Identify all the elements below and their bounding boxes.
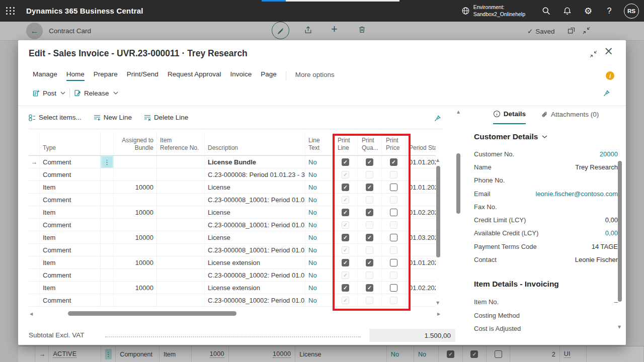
cell-type[interactable]: Comment [40, 269, 101, 281]
menu-tab-manage[interactable]: Manage [33, 70, 57, 81]
table-row[interactable]: CommentC.23-000008_10001: Period 01.0...… [29, 194, 436, 206]
new-line-button[interactable]: New Line [94, 114, 132, 121]
table-row[interactable]: →Comment⋮License BundleNo✓✓✓01.01.202 [29, 156, 436, 168]
cell-assigned-to-bundle[interactable]: 10000 [114, 206, 157, 218]
cell-type[interactable]: Comment [40, 219, 101, 231]
cell-period-start[interactable] [406, 168, 436, 180]
cell-period-start[interactable] [406, 269, 436, 281]
cell-item-reference-no[interactable] [157, 256, 205, 268]
column-print-quantity[interactable]: Print Qua... [358, 132, 382, 155]
print-line-checkbox[interactable]: ✓ [342, 158, 349, 166]
select-items-button[interactable]: Select items... [29, 114, 82, 121]
post-button[interactable]: Post [33, 89, 56, 97]
cell-description[interactable]: License extension [205, 256, 305, 268]
cell-period-start[interactable]: 01.02.202 [406, 206, 436, 218]
column-print-price[interactable]: Print Price [382, 132, 406, 155]
cell-period-start[interactable] [406, 194, 436, 206]
cell-item-reference-no[interactable] [157, 206, 205, 218]
cell-period-start[interactable] [406, 244, 436, 256]
app-launcher-button[interactable] [0, 0, 21, 22]
print-line-checkbox[interactable]: ✓ [342, 284, 349, 292]
cell-period-start[interactable]: 01.01.202 [406, 156, 436, 168]
cell-assigned-to-bundle[interactable] [114, 219, 157, 231]
print-line-checkbox[interactable]: ✓ [342, 259, 349, 266]
cell-type[interactable]: Comment [40, 194, 101, 206]
print-quantity-checkbox[interactable]: ✓ [366, 259, 373, 266]
column-line-text[interactable]: Line Text [305, 132, 334, 155]
table-row[interactable]: Item10000LicenseNo✓✓01.02.202 [29, 206, 436, 219]
cell-type[interactable]: Comment [40, 156, 101, 168]
cell-item-reference-no[interactable] [157, 294, 205, 306]
cell-line-text[interactable]: No [305, 168, 334, 180]
pin-actionbar-icon[interactable] [603, 89, 610, 97]
cell-description[interactable]: C.23-000008_10002: Period 01.0... [205, 294, 305, 306]
cell-type[interactable]: Comment [40, 294, 101, 306]
print-price-checkbox[interactable] [390, 209, 397, 216]
cell-period-start[interactable]: 01.01.202 [406, 181, 436, 193]
cell-description[interactable]: C.23-000008: Period 01.01.23 - 3... [205, 168, 305, 180]
print-line-checkbox[interactable]: ✓ [342, 209, 349, 216]
print-price-checkbox[interactable] [390, 234, 397, 241]
cell-period-start[interactable]: 01.01.202 [406, 256, 436, 268]
cell-assigned-to-bundle[interactable]: 10000 [114, 181, 157, 193]
cell-line-text[interactable]: No [305, 244, 334, 256]
modal-scroll-up-arrow[interactable]: ▲ [457, 110, 460, 114]
menu-tab-home[interactable]: Home [66, 70, 85, 81]
avatar[interactable]: RS [624, 4, 639, 19]
environment-indicator[interactable]: Environment: Sandbox2_Onlinehelp [461, 4, 525, 17]
minimize-dialog-icon[interactable] [590, 50, 597, 58]
pin-grid-toolbar-icon[interactable] [434, 115, 441, 122]
table-row[interactable]: CommentC.23-000008_10001: Period 01.0...… [29, 244, 436, 256]
app-title[interactable]: Dynamics 365 Business Central [26, 7, 143, 15]
cell-item-reference-no[interactable] [157, 219, 205, 231]
cell-assigned-to-bundle[interactable]: 10000 [114, 282, 157, 294]
cell-period-start[interactable]: 01.02.202 [406, 282, 436, 294]
cell-line-text[interactable]: No [305, 156, 334, 168]
cell-assigned-to-bundle[interactable]: 10000 [114, 231, 157, 243]
print-quantity-checkbox[interactable]: ✓ [366, 158, 373, 166]
column-description[interactable]: Description [205, 132, 305, 155]
column-type[interactable]: Type [40, 132, 101, 155]
cell-assigned-to-bundle[interactable] [114, 194, 157, 206]
cell-period-start[interactable] [406, 219, 436, 231]
cell-row-menu[interactable]: ⋮ [101, 156, 114, 168]
cell-period-start[interactable]: 01.03.202 [406, 231, 436, 243]
grid-vertical-scrollbar-thumb[interactable] [436, 166, 440, 257]
menu-tab-invoice[interactable]: Invoice [230, 70, 252, 81]
table-row[interactable]: CommentC.23-000008: Period 01.01.23 - 3.… [29, 168, 436, 181]
more-options[interactable]: More options [295, 71, 335, 80]
column-assigned-to-bundle[interactable]: Assigned to Bundle [114, 132, 157, 155]
cell-assigned-to-bundle[interactable] [114, 168, 157, 180]
column-print-line[interactable]: Print Line [334, 132, 358, 155]
row-context-menu-icon[interactable]: ⋮ [102, 157, 112, 167]
cell-item-reference-no[interactable] [157, 181, 205, 193]
release-dropdown-chevron[interactable] [113, 92, 118, 95]
tab-details[interactable]: Details [493, 108, 526, 124]
grid-scroll-up-arrow[interactable]: ▲ [436, 158, 439, 162]
grid-horizontal-scrollbar-thumb[interactable] [68, 311, 236, 316]
table-row[interactable]: Item10000License extensionNo✓✓01.02.202 [29, 282, 436, 294]
print-price-checkbox[interactable] [390, 284, 397, 292]
cell-type[interactable]: Item [40, 206, 101, 218]
table-row[interactable]: Item10000LicenseNo✓✓01.01.202 [29, 181, 436, 194]
cell-type[interactable]: Comment [40, 244, 101, 256]
column-item-reference-no[interactable]: Item Reference No. [157, 132, 205, 155]
cell-description[interactable]: C.23-000008_10001: Period 01.0... [205, 194, 305, 206]
help-button[interactable]: ? [602, 0, 617, 22]
table-row[interactable]: CommentC.23-000008_10002: Period 01.0...… [29, 269, 436, 282]
column-period-start[interactable]: Period Start [406, 132, 436, 155]
print-quantity-checkbox[interactable]: ✓ [366, 209, 373, 216]
delete-line-button[interactable]: Delete Line [144, 114, 188, 121]
cell-description[interactable]: License extension [205, 282, 305, 294]
print-price-checkbox[interactable] [390, 184, 397, 191]
close-dialog-icon[interactable]: × [604, 44, 613, 57]
cell-line-text[interactable]: No [305, 231, 334, 243]
cell-item-reference-no[interactable] [157, 156, 205, 168]
cell-description[interactable]: License Bundle [205, 156, 305, 168]
print-quantity-checkbox[interactable]: ✓ [366, 234, 373, 241]
cell-period-start[interactable] [406, 294, 436, 306]
cell-line-text[interactable]: No [305, 282, 334, 294]
cell-assigned-to-bundle[interactable] [114, 294, 157, 306]
print-quantity-checkbox[interactable]: ✓ [366, 184, 373, 191]
cell-item-reference-no[interactable] [157, 194, 205, 206]
